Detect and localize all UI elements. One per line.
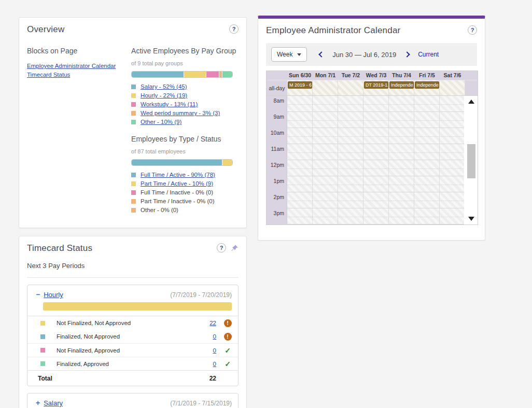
all-day-row: all-day M 2019 - 6 DT 2019-12 Independen… [267, 80, 478, 95]
block-link-timecard-status[interactable]: Timecard Status [27, 72, 129, 78]
hourly-status-bar [43, 302, 232, 311]
timecard-subtitle: Next 3 Pay Periods [27, 262, 239, 270]
total-row: Total 22 [27, 370, 238, 386]
time-label: 2pm [267, 194, 287, 200]
legend-item: Other - 0% (0) [131, 207, 239, 213]
type-status-stacked-bar [131, 159, 233, 166]
blocks-on-page-title: Blocks on Page [27, 46, 129, 55]
count-link[interactable]: 22 [201, 320, 216, 326]
scroll-up-icon[interactable] [468, 100, 474, 104]
overview-title: Overview [27, 24, 64, 35]
all-day-cell-mon[interactable] [313, 80, 338, 95]
help-icon[interactable]: ? [229, 24, 239, 34]
all-day-cell-sat[interactable] [440, 80, 465, 95]
collapse-icon[interactable]: − [36, 290, 40, 299]
legend-swatch [131, 181, 136, 186]
half-hour-line [288, 152, 464, 153]
calendar-scrollbar[interactable] [467, 97, 476, 223]
type-status-legend: Full Time / Active - 90% (78) Part Time … [131, 172, 239, 213]
legend-item: Workstudy - 13% (11) [131, 101, 239, 107]
timecard-status-panel: Timecard Status ? Next 3 Pay Periods − H… [19, 236, 247, 408]
check-icon [225, 346, 231, 355]
legend-item: Full Time / Active - 90% (78) [131, 172, 239, 178]
legend-item: Wed period summary - 3% (3) [131, 110, 239, 116]
calendar-event[interactable]: M 2019 - 6 [288, 81, 312, 89]
legend-link-salary[interactable]: Salary - 52% (45) [141, 83, 187, 90]
expand-icon[interactable]: + [36, 399, 40, 407]
half-hour-line [288, 136, 464, 137]
calendar-event[interactable]: Independen [389, 81, 414, 89]
help-icon[interactable]: ? [217, 243, 226, 252]
previous-week-icon[interactable] [319, 51, 325, 57]
calendar-event[interactable]: Independen [415, 81, 439, 89]
header-filler [465, 71, 478, 80]
time-label: 11am [267, 146, 287, 152]
help-icon[interactable]: ? [468, 25, 477, 35]
table-row: Finalized, Not Approved 0 [27, 330, 238, 343]
legend-item: Full Time / Inactive - 0% (0) [131, 189, 239, 195]
status-rows: Not Finalized, Not Approved 22 Finalized… [27, 316, 238, 386]
day-header-sat: Sat 7/6 [440, 71, 465, 80]
pay-period-dates: (7/1/2019 - 7/15/2019) [170, 400, 232, 407]
legend-link-other[interactable]: Other - 10% (9) [141, 119, 181, 125]
count-link[interactable]: 0 [201, 361, 216, 367]
calendar-hours-grid[interactable] [287, 96, 464, 224]
time-label: 1pm [267, 178, 287, 184]
legend-link-part-time-active[interactable]: Part Time / Active - 10% (9) [141, 180, 213, 187]
total-value: 22 [201, 375, 216, 382]
calendar-event[interactable]: DT 2019-12 [364, 81, 388, 89]
legend-item: Hourly - 22% (19) [131, 92, 239, 99]
legend-link-workstudy[interactable]: Workstudy - 13% (11) [141, 101, 198, 107]
scroll-down-icon[interactable] [468, 217, 474, 221]
next-week-icon[interactable] [404, 51, 410, 57]
legend-swatch [131, 120, 136, 124]
legend-swatch [131, 208, 136, 213]
day-header-fri: Fri 7/5 [414, 71, 440, 80]
half-hour-line [288, 201, 464, 201]
count-link[interactable]: 0 [201, 333, 216, 340]
pin-icon[interactable] [230, 244, 239, 252]
day-header-mon: Mon 7/1 [313, 71, 338, 80]
view-selector-button[interactable]: Week [271, 47, 307, 62]
warning-icon [224, 319, 232, 327]
legend-link-hourly[interactable]: Hourly - 22% (19) [141, 92, 187, 99]
block-link-employee-administrator-calendar[interactable]: Employee Administrator Calendar [27, 63, 129, 69]
table-row: Finalized, Approved 0 [27, 357, 238, 370]
current-button[interactable]: Current [418, 51, 439, 58]
legend-swatch [131, 93, 136, 98]
date-range-label: Jun 30 — Jul 6, 2019 [332, 51, 396, 59]
count-link[interactable]: 0 [201, 347, 216, 354]
day-header-tue: Tue 7/2 [338, 71, 363, 80]
time-label: 12pm [267, 162, 287, 168]
pay-group-chart-subtitle: of 9 total pay groups [131, 60, 239, 66]
half-hour-line [288, 185, 464, 185]
legend-link-full-time-active[interactable]: Full Time / Active - 90% (78) [141, 172, 215, 178]
legend-swatch [131, 199, 136, 204]
calendar-hours-area: 8am 9am 10am 11am 12pm 1pm 2pm 3pm [267, 95, 478, 224]
legend-swatch [131, 85, 136, 89]
status-label: Not Finalized, Not Approved [57, 320, 131, 326]
timecard-title: Timecard Status [27, 243, 92, 254]
half-hour-line [288, 120, 464, 121]
pay-period-section-salary: + Salary (7/1/2019 - 7/15/2019) [27, 393, 239, 408]
time-label: 9am [267, 114, 287, 120]
half-hour-line [288, 104, 464, 105]
legend-swatch [131, 173, 136, 177]
legend-label-full-time-inactive: Full Time / Inactive - 0% (0) [141, 189, 213, 195]
table-row: Not Finalized, Approved 0 [27, 343, 238, 357]
calendar-title: Employee Administrator Calendar [266, 25, 400, 36]
legend-swatch [131, 111, 136, 116]
header-gutter [267, 71, 287, 80]
legend-item: Part Time / Active - 10% (9) [131, 180, 239, 187]
status-label: Finalized, Not Approved [57, 333, 120, 340]
salary-link[interactable]: Salary [44, 399, 63, 407]
all-day-cell-tue[interactable] [338, 80, 363, 95]
scrollbar-thumb[interactable] [467, 144, 475, 178]
bar-segment [132, 160, 222, 165]
type-status-chart-subtitle: of 87 total employees [131, 148, 239, 154]
calendar-day-header-row: Sun 6/30 Mon 7/1 Tue 7/2 Wed 7/3 Thu 7/4… [267, 71, 478, 80]
legend-swatch [131, 102, 136, 107]
legend-link-wed-period-summary[interactable]: Wed period summary - 3% (3) [141, 110, 220, 116]
hourly-link[interactable]: Hourly [44, 291, 63, 299]
warning-icon [224, 333, 232, 341]
